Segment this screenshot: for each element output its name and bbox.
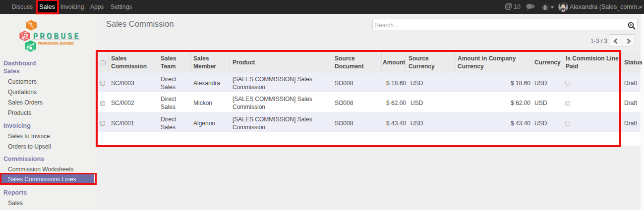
svg-text:PROFESSIONAL BUSINESS: PROFESSIONAL BUSINESS	[38, 41, 74, 46]
svg-text:PROBUSE: PROBUSE	[33, 31, 81, 40]
